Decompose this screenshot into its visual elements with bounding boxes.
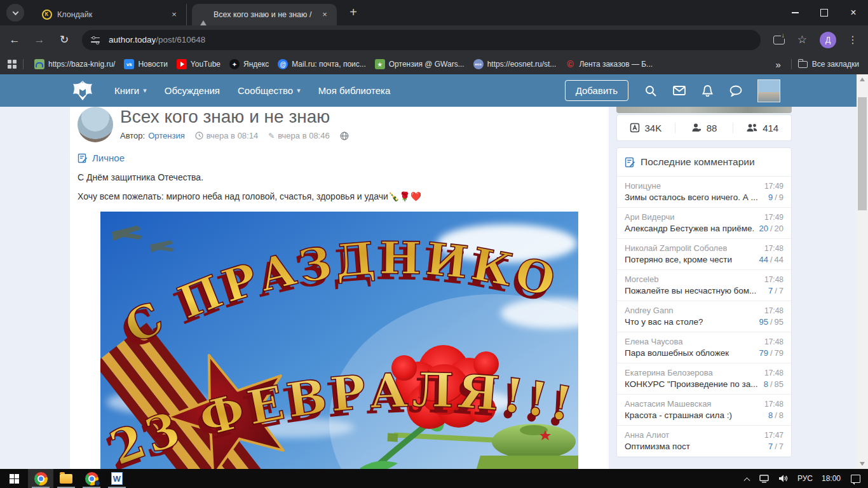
page-scrollbar[interactable] <box>857 74 868 469</box>
stat-readers: 414 <box>733 123 791 133</box>
comment-post-title[interactable]: Зимы осталось всего ничего. А ... <box>625 193 758 202</box>
bookmark-baza-knig[interactable]: https://baza-knig.ru/ <box>30 57 119 72</box>
youtube-icon <box>177 59 187 69</box>
comment-item[interactable]: Елена Чаусова17:48 Пара волшебных обложе… <box>617 332 791 363</box>
network-icon[interactable] <box>759 474 770 483</box>
site-settings-icon[interactable] <box>91 36 101 44</box>
close-tab-icon[interactable]: × <box>319 9 330 20</box>
user-avatar[interactable] <box>757 79 780 102</box>
scroll-up-icon[interactable] <box>860 78 865 81</box>
comment-post-title[interactable]: КОНКУРС "Произведение по за... <box>625 379 758 389</box>
forward-button[interactable]: → <box>29 30 50 50</box>
install-app-icon[interactable] <box>773 36 785 44</box>
taskbar-explorer[interactable] <box>53 469 79 488</box>
all-bookmarks-button[interactable]: Все закладки <box>812 60 859 69</box>
comment-post-title[interactable]: Что у вас на столе? <box>625 317 703 327</box>
reload-button[interactable]: ↻ <box>54 30 74 50</box>
chat-icon[interactable] <box>729 85 742 97</box>
notifications-bell-icon[interactable] <box>702 85 713 97</box>
system-tray: РУС 18:00 <box>745 474 868 483</box>
comment-item[interactable]: Анна Алиот17:47 Оптимизма пост7/7 <box>617 426 791 457</box>
messages-icon[interactable] <box>673 86 686 95</box>
profile-badge <box>95 480 100 486</box>
comment-item[interactable]: Andrey Gann17:48 Что у вас на столе?95/9… <box>617 301 791 332</box>
browser-profile-avatar[interactable]: Д <box>820 32 836 48</box>
scrollbar-thumb[interactable] <box>858 97 867 210</box>
close-window-button[interactable]: × <box>839 0 868 25</box>
holiday-card-image[interactable]: С ПРАЗДНИКОМ С ПРАЗДНИКОМ 23 ФЕВРАЛЯ!!! … <box>100 212 578 469</box>
note-icon <box>78 153 88 163</box>
author-today-logo[interactable] <box>71 79 94 103</box>
tab-author-today[interactable]: Всех кого знаю и не знаю / Ор × <box>192 4 337 25</box>
bookmark-youtube[interactable]: YouTube <box>172 57 225 72</box>
taskbar-clock[interactable]: 18:00 <box>822 474 841 483</box>
comment-author: Andrey Gann <box>625 306 674 315</box>
post-tag[interactable]: Личное <box>78 152 601 163</box>
apps-grid-icon[interactable] <box>8 60 17 69</box>
bookmark-gwars[interactable]: Ортензия @ GWars... <box>370 57 469 72</box>
action-center-icon[interactable] <box>851 475 860 483</box>
word-icon <box>111 472 123 485</box>
volume-icon[interactable] <box>778 474 789 483</box>
close-tab-icon[interactable]: × <box>168 9 180 20</box>
comment-item[interactable]: Ногицуне17:49 Зимы осталось всего ничего… <box>617 177 791 208</box>
comment-post-title[interactable]: Красота - страшная сила :) <box>625 410 732 420</box>
address-bar[interactable]: author.today/post/610648 <box>82 30 761 50</box>
comment-post-title[interactable]: Александр Бестужев на приёме... <box>625 224 754 233</box>
page-url: author.today/post/610648 <box>109 35 205 44</box>
bookmark-eosnet[interactable]: https://eosnet.ru/st... <box>469 57 561 72</box>
comment-item[interactable]: Анастасия Машевская17:48 Красота - страш… <box>617 395 791 426</box>
tab-klondike[interactable]: Клондайк × <box>36 4 187 25</box>
nav-community[interactable]: Сообщество <box>229 80 309 101</box>
comment-count: 79/79 <box>759 348 783 358</box>
chrome-icon <box>34 472 48 485</box>
browser-menu-icon[interactable]: ⋮ <box>848 34 858 46</box>
bookmark-mail-ru[interactable]: Mail.ru: почта, поис... <box>273 57 370 72</box>
readers-icon <box>746 123 758 133</box>
comment-post-title[interactable]: Оптимизма пост <box>625 442 690 451</box>
add-button[interactable]: Добавить <box>565 80 628 101</box>
comment-post-title[interactable]: Пара волшебных обложек <box>625 348 729 358</box>
taskbar-chrome-profile2[interactable] <box>79 469 104 488</box>
back-button[interactable]: ← <box>4 30 25 50</box>
scroll-down-icon[interactable] <box>860 462 865 466</box>
maximize-button[interactable] <box>810 0 839 25</box>
start-button[interactable] <box>0 469 28 488</box>
comment-item[interactable]: Ари Видерчи17:49 Александр Бестужев на п… <box>617 208 791 239</box>
nav-my-library[interactable]: Моя библиотека <box>309 80 400 101</box>
comment-item[interactable]: Morceleb17:48 Пожалейте вы несчастную бо… <box>617 270 791 301</box>
language-indicator[interactable]: РУС <box>797 474 813 483</box>
comment-item[interactable]: Николай Zampolit Соболев17:48 Потеряно в… <box>617 239 791 270</box>
comment-post-title[interactable]: Пожалейте вы несчастную бом... <box>625 286 756 295</box>
recent-comments-header: Последние комментарии <box>617 148 791 177</box>
bookmarks-overflow-icon[interactable]: » <box>775 59 780 70</box>
comment-time: 17:49 <box>764 213 783 222</box>
minimize-button[interactable] <box>780 0 810 25</box>
partially-scrolled-widget <box>616 107 792 113</box>
visibility-globe-icon <box>340 132 352 140</box>
bookmark-lenta[interactable]: Лента заказов — Б... <box>560 57 657 72</box>
comment-author: Анна Алиот <box>625 430 669 440</box>
nav-books[interactable]: Книги <box>105 80 156 101</box>
divider <box>23 59 24 69</box>
window-controls: × <box>780 0 868 25</box>
comment-author: Ари Видерчи <box>625 212 675 222</box>
taskbar-chrome[interactable] <box>28 469 53 488</box>
author-link[interactable]: Ортензия <box>148 131 185 140</box>
bookmark-yandex[interactable]: Яндекс <box>225 57 273 72</box>
comment-item[interactable]: Екатерина Белозерова17:48 КОНКУРС "Произ… <box>617 363 791 395</box>
comment-post-title[interactable]: Потеряно все, кроме чести <box>625 255 732 264</box>
new-tab-button[interactable]: + <box>344 4 362 22</box>
author-label: Автор: <box>120 131 145 140</box>
headphones-icon <box>34 59 44 69</box>
bookmark-star-icon[interactable]: ☆ <box>797 33 807 46</box>
post-card: Всех кого знаю и не знаю Автор: Ортензия… <box>70 107 609 469</box>
bookmark-vk-news[interactable]: Новости <box>119 57 172 72</box>
author-avatar[interactable] <box>78 107 113 142</box>
tab-search-button[interactable] <box>6 4 24 22</box>
taskbar-word[interactable] <box>104 469 130 488</box>
tab-title: Всех кого знаю и не знаю / Ор <box>214 10 314 19</box>
hidden-icons-chevron[interactable] <box>743 477 750 484</box>
nav-discussions[interactable]: Обсуждения <box>156 80 229 101</box>
search-icon[interactable] <box>645 85 656 97</box>
